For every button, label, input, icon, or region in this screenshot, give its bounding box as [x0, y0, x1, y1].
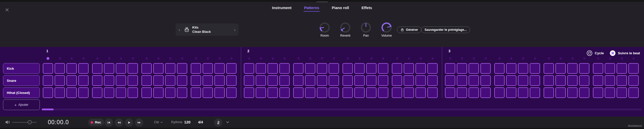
step-cell[interactable]	[354, 75, 365, 86]
step-cell[interactable]	[177, 87, 187, 98]
step-cell[interactable]	[555, 75, 566, 86]
step-cell[interactable]	[605, 75, 615, 86]
step-cell[interactable]	[55, 75, 65, 86]
close-button[interactable]	[4, 7, 10, 13]
step-cell[interactable]	[92, 63, 102, 74]
step-cell[interactable]	[427, 63, 438, 74]
step-cell[interactable]	[518, 75, 528, 86]
step-cell[interactable]	[392, 87, 402, 98]
kit-next-button[interactable]: ›	[231, 28, 239, 32]
step-cell[interactable]	[605, 63, 615, 74]
volume-knob[interactable]	[381, 22, 392, 33]
step-cell[interactable]	[378, 75, 388, 86]
track-label[interactable]: Snare	[3, 75, 40, 86]
step-cell[interactable]	[293, 75, 304, 86]
step-cell[interactable]	[567, 63, 578, 74]
step-cell[interactable]	[354, 63, 365, 74]
step-cell[interactable]	[317, 87, 327, 98]
tempo-selector[interactable]: Rythme 120	[171, 120, 191, 124]
generate-button[interactable]: Générer	[397, 27, 422, 33]
step-cell[interactable]	[579, 87, 589, 98]
step-cell[interactable]	[415, 87, 426, 98]
assistance-button[interactable]: Assistance	[628, 124, 642, 127]
step-cell[interactable]	[506, 75, 516, 86]
step-cell[interactable]	[66, 63, 77, 74]
step-cell[interactable]	[141, 63, 152, 74]
step-cell[interactable]	[203, 63, 213, 74]
step-cell[interactable]	[506, 63, 516, 74]
step-cell[interactable]	[480, 87, 491, 98]
step-cell[interactable]	[415, 63, 426, 74]
step-cell[interactable]	[544, 87, 554, 98]
step-cell[interactable]	[293, 87, 304, 98]
step-cell[interactable]	[555, 87, 566, 98]
volume-slider[interactable]	[12, 120, 37, 125]
step-cell[interactable]	[628, 63, 639, 74]
step-cell[interactable]	[354, 87, 365, 98]
step-cell[interactable]	[293, 63, 304, 74]
step-cell[interactable]	[55, 87, 65, 98]
step-cell[interactable]	[329, 75, 339, 86]
step-cell[interactable]	[530, 75, 540, 86]
step-cell[interactable]	[605, 87, 615, 98]
reverb-knob[interactable]	[340, 22, 351, 33]
pan-knob[interactable]	[360, 22, 371, 33]
drag-handle[interactable]	[316, 2, 328, 2]
step-cell[interactable]	[214, 75, 225, 86]
step-cell[interactable]	[244, 63, 254, 74]
step-cell[interactable]	[392, 75, 402, 86]
tab-instrument[interactable]: Instrument	[272, 3, 292, 12]
step-cell[interactable]	[191, 87, 201, 98]
tab-piano-roll[interactable]: Piano roll	[331, 3, 349, 12]
step-cell[interactable]	[116, 75, 126, 86]
tab-patterns[interactable]: Patterns	[304, 3, 320, 12]
step-cell[interactable]	[256, 63, 266, 74]
step-cell[interactable]	[305, 87, 315, 98]
step-cell[interactable]	[43, 75, 53, 86]
step-cell[interactable]	[617, 87, 627, 98]
step-cell[interactable]	[544, 63, 554, 74]
time-signature[interactable]: 4/4	[198, 120, 203, 124]
step-cell[interactable]	[445, 75, 455, 86]
step-cell[interactable]	[530, 63, 540, 74]
step-cell[interactable]	[78, 63, 89, 74]
step-cell[interactable]	[457, 87, 467, 98]
step-cell[interactable]	[628, 87, 639, 98]
step-cell[interactable]	[494, 63, 505, 74]
step-cell[interactable]	[617, 75, 627, 86]
step-cell[interactable]	[92, 87, 102, 98]
step-cell[interactable]	[329, 63, 339, 74]
step-cell[interactable]	[214, 87, 225, 98]
step-cell[interactable]	[177, 63, 187, 74]
step-cell[interactable]	[104, 63, 114, 74]
step-cell[interactable]	[128, 75, 138, 86]
record-button[interactable]: Rec	[88, 119, 104, 126]
step-cell[interactable]	[343, 75, 353, 86]
step-cell[interactable]	[480, 75, 491, 86]
step-cell[interactable]	[214, 63, 225, 74]
step-cell[interactable]	[567, 87, 578, 98]
step-cell[interactable]	[141, 75, 152, 86]
step-cell[interactable]	[427, 87, 438, 98]
step-cell[interactable]	[329, 87, 339, 98]
step-cell[interactable]	[153, 75, 164, 86]
step-cell[interactable]	[279, 63, 290, 74]
key-selector[interactable]: Clé –	[154, 120, 163, 124]
kit-selector[interactable]: ‹ Kits Clean Black ›	[176, 23, 239, 36]
step-cell[interactable]	[78, 87, 89, 98]
step-cell[interactable]	[191, 63, 201, 74]
track-label[interactable]: Kick	[3, 63, 40, 74]
step-cell[interactable]	[378, 63, 388, 74]
step-cell[interactable]	[617, 63, 627, 74]
step-cell[interactable]	[457, 75, 467, 86]
volume-slider-track[interactable]	[12, 122, 37, 123]
step-cell[interactable]	[469, 75, 479, 86]
step-cell[interactable]	[366, 87, 376, 98]
save-preset-button[interactable]: Sauvegarder le préréglage...	[421, 27, 470, 33]
tab-effets[interactable]: Effets	[361, 3, 373, 12]
volume-slider-thumb[interactable]	[28, 120, 32, 124]
fast-forward-button[interactable]	[135, 118, 143, 127]
step-cell[interactable]	[628, 75, 639, 86]
step-cell[interactable]	[279, 75, 290, 86]
step-cell[interactable]	[494, 75, 505, 86]
